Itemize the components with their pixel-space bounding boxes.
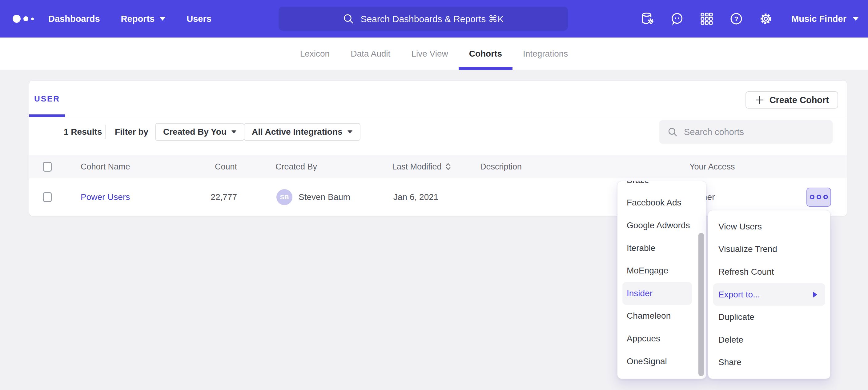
menu-item-export-to[interactable]: Export to... [713, 283, 825, 306]
tab-live-view[interactable]: Live View [401, 37, 458, 70]
tab-integrations[interactable]: Integrations [513, 37, 578, 70]
submenu-item-label: Google Adwords [627, 221, 690, 230]
submenu-item-label: Iterable [627, 243, 655, 253]
nav-users[interactable]: Users [187, 14, 212, 24]
menu-item-share[interactable]: Share [708, 351, 830, 374]
tab-user-cohorts[interactable]: USER [29, 80, 65, 117]
menu-item-label: View Users [718, 222, 762, 232]
search-icon [667, 127, 678, 137]
row-checkbox[interactable] [43, 192, 52, 202]
menu-item-duplicate[interactable]: Duplicate [708, 306, 830, 328]
top-navbar: Dashboards Reports Users Search Dashboar… [0, 0, 868, 37]
feedback-icon[interactable] [670, 12, 684, 26]
submenu-item-appcues[interactable]: Appcues [617, 327, 706, 350]
submenu-item-label: Appcues [627, 334, 660, 344]
submenu-item-label: Facebook Ads [627, 198, 681, 207]
select-all-checkbox[interactable] [43, 162, 52, 172]
create-cohort-button[interactable]: Create Cohort [745, 91, 838, 108]
menu-item-label: Delete [718, 335, 743, 345]
section-tabs: Lexicon Data Audit Live View Cohorts Int… [0, 37, 868, 70]
tab-data-audit[interactable]: Data Audit [340, 37, 401, 70]
menu-item-label: Refresh Count [718, 267, 774, 277]
table-header: Cohort Name Count Created By Last Modifi… [29, 155, 847, 178]
ellipsis-icon [816, 195, 821, 199]
submenu-item-insider[interactable]: Insider [622, 282, 692, 305]
tab-cohorts[interactable]: Cohorts [459, 37, 513, 70]
cohort-search-input[interactable]: Search cohorts [659, 120, 833, 143]
ellipsis-icon [810, 195, 814, 199]
submenu-item-onesignal[interactable]: OneSignal [617, 350, 706, 373]
ellipsis-icon [824, 195, 828, 199]
sort-icon [445, 162, 451, 171]
submenu-item-braze[interactable]: Braze [617, 181, 706, 192]
help-icon[interactable]: ? [729, 12, 743, 26]
integrations-filter-dropdown[interactable]: All Active Integrations [244, 123, 361, 141]
submenu-item-label: Insider [627, 289, 653, 298]
export-submenu-list: Braze Facebook Ads Google Adwords Iterab… [617, 181, 706, 372]
submenu-item-facebook-ads[interactable]: Facebook Ads [617, 192, 706, 215]
cohorts-panel: USER Create Cohort 1 Results Filter by C… [29, 80, 847, 216]
submenu-item-label: Chameleon [627, 311, 671, 321]
filter-by-label: Filter by [115, 127, 148, 137]
global-search-placeholder: Search Dashboards & Reports ⌘K [361, 13, 503, 24]
chevron-down-icon [852, 17, 859, 21]
search-icon [343, 13, 354, 25]
create-cohort-label: Create Cohort [770, 95, 829, 105]
submenu-item-iterable[interactable]: Iterable [617, 237, 706, 260]
menu-item-delete[interactable]: Delete [708, 328, 830, 351]
chevron-down-icon [347, 130, 352, 133]
tab-lexicon[interactable]: Lexicon [290, 37, 340, 70]
user-tab-label: USER [34, 94, 60, 104]
menu-item-view-users[interactable]: View Users [708, 215, 830, 238]
settings-gear-icon[interactable] [759, 12, 773, 26]
tab-label: Data Audit [350, 49, 390, 59]
nav-reports[interactable]: Reports [121, 14, 166, 24]
created-by-cell: SB Steven Baum [276, 189, 350, 205]
menu-item-label: Export to... [718, 290, 760, 300]
account-name: Music Finder [792, 14, 846, 24]
nav-users-label: Users [187, 14, 212, 24]
svg-text:?: ? [734, 15, 738, 23]
row-actions-button[interactable] [806, 188, 831, 207]
nav-reports-label: Reports [121, 14, 155, 24]
column-cohort-name: Cohort Name [81, 162, 130, 171]
column-label: Last Modified [392, 162, 442, 171]
tab-label: Integrations [523, 49, 568, 59]
export-submenu: Braze Facebook Ads Google Adwords Iterab… [617, 181, 706, 379]
account-menu[interactable]: Music Finder [792, 14, 859, 24]
tab-label: Cohorts [469, 49, 502, 59]
brand-logo-icon[interactable] [12, 15, 47, 23]
chevron-down-icon [159, 17, 165, 21]
nav-dashboards[interactable]: Dashboards [48, 14, 100, 24]
column-last-modified[interactable]: Last Modified [392, 162, 451, 171]
data-management-icon[interactable] [641, 12, 655, 26]
primary-nav: Dashboards Reports Users [48, 14, 212, 24]
filter-value: Created By You [163, 127, 226, 137]
submenu-scrollbar[interactable] [699, 233, 704, 376]
cohort-count: 22,777 [177, 192, 237, 202]
cohort-search-placeholder: Search cohorts [684, 127, 744, 137]
column-your-access: Your Access [689, 162, 735, 171]
navbar-actions: ? Music Finder [641, 0, 859, 37]
submenu-item-label: OneSignal [627, 356, 667, 366]
submenu-item-label: Braze [627, 181, 649, 185]
last-modified-cell: Jan 6, 2021 [393, 192, 438, 202]
submenu-item-chameleon[interactable]: Chameleon [617, 305, 706, 328]
filter-value: All Active Integrations [252, 127, 343, 137]
created-by-name: Steven Baum [299, 192, 350, 202]
submenu-item-label: MoEngage [627, 266, 668, 275]
global-search-input[interactable]: Search Dashboards & Reports ⌘K [279, 7, 568, 31]
column-created-by: Created By [276, 162, 317, 171]
apps-grid-icon[interactable] [700, 12, 714, 26]
menu-item-visualize-trend[interactable]: Visualize Trend [708, 238, 830, 261]
plus-icon [755, 95, 765, 105]
filter-bar: 1 Results Filter by Created By You All A… [29, 117, 847, 147]
column-description: Description [480, 162, 522, 171]
submenu-item-moengage[interactable]: MoEngage [617, 259, 706, 282]
submenu-item-google-adwords[interactable]: Google Adwords [617, 214, 706, 237]
column-count: Count [177, 162, 237, 171]
cohort-name-link[interactable]: Power Users [81, 192, 130, 202]
submenu-arrow-icon [813, 292, 817, 298]
created-by-filter-dropdown[interactable]: Created By You [155, 123, 244, 141]
menu-item-refresh-count[interactable]: Refresh Count [708, 261, 830, 283]
